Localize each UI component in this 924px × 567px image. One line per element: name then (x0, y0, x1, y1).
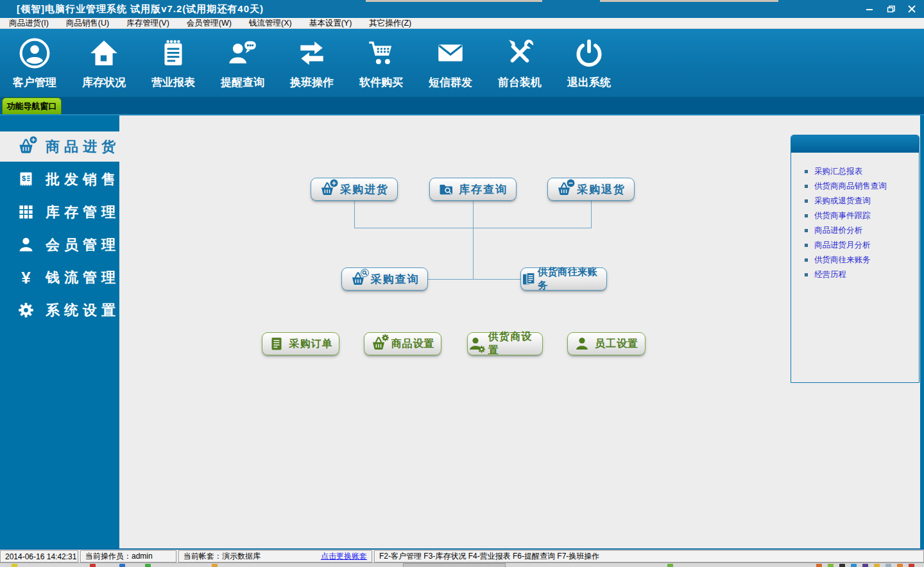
menu-item-sales[interactable]: 商品销售(U) (62, 18, 113, 29)
taskbar-icon[interactable] (12, 564, 17, 567)
toolbar-label: 短信群发 (429, 75, 472, 90)
quick-link-supplier-event-tracking[interactable]: 供货商事件跟踪 (805, 208, 919, 223)
switch-account-link[interactable]: 点击更换账套 (321, 551, 367, 562)
menu-bar: 商品进货(I) 商品销售(U) 库存管理(V) 会员管理(W) 钱流管理(X) … (0, 18, 924, 29)
taskbar-icon[interactable] (90, 564, 96, 567)
basket-minus-icon (556, 182, 572, 197)
toolbar-sms-broadcast[interactable]: 短信群发 (416, 29, 485, 97)
taskbar-tray-icon[interactable] (828, 564, 834, 567)
purchase-return-button[interactable]: 采购退货 (547, 178, 635, 201)
bullet-icon (805, 258, 808, 262)
window-title: [领智]电脑行业管理系统 试用版v7.2(试用期还有40天) (0, 3, 264, 15)
main-content: 采购进货 库存查询 采购退货 采购查询 供货商往来账务 采购订单 商品设置 (119, 115, 920, 548)
menu-item-other[interactable]: 其它操作(Z) (365, 18, 415, 29)
toolbar-software-purchase[interactable]: 软件购买 (346, 29, 416, 97)
quick-link-purchase-or-return-query[interactable]: 采购或退货查询 (805, 194, 919, 208)
title-bar: [领智]电脑行业管理系统 试用版v7.2(试用期还有40天) (0, 0, 924, 18)
sidebar-item-product-purchase[interactable]: 商品进货 (0, 131, 126, 162)
purchase-order-button[interactable]: 采购订单 (262, 332, 339, 355)
taskbar-tray-icon[interactable] (874, 564, 880, 567)
tab-band: 功能导航窗口 (0, 97, 924, 115)
purchase-in-button[interactable]: 采购进货 (311, 178, 398, 201)
close-icon[interactable] (907, 4, 916, 13)
toolbar-reminder-query[interactable]: 提醒查询 (208, 29, 277, 97)
menu-item-purchase[interactable]: 商品进货(I) (5, 18, 53, 29)
reminder-icon (227, 37, 259, 72)
taskbar-active-task[interactable] (403, 563, 506, 567)
taskbar-icon[interactable] (145, 564, 151, 567)
quick-link-purchase-price-analysis[interactable]: 商品进价分析 (805, 223, 919, 238)
purchase-query-button[interactable]: 采购查询 (341, 267, 428, 291)
sidebar-item-system-settings[interactable]: 系统设置 (0, 295, 119, 325)
quick-links-panel-header[interactable] (791, 135, 919, 153)
menu-item-inventory[interactable]: 库存管理(V) (123, 18, 173, 29)
status-datetime: 2014-06-16 14:42:31 (0, 550, 78, 563)
toolbar-business-report[interactable]: 营业报表 (139, 29, 208, 97)
taskbar-tray-icon[interactable] (897, 564, 903, 567)
basket-plus-icon (17, 138, 35, 155)
quick-link-purchase-summary-report[interactable]: 采购汇总报表 (805, 164, 919, 179)
toolbar-front-desk-assembly[interactable]: 前台装机 (485, 29, 554, 97)
documents-icon (521, 271, 536, 287)
sidebar-item-member-management[interactable]: 会员管理 (0, 230, 119, 260)
menu-item-cashflow[interactable]: 钱流管理(X) (245, 18, 296, 29)
tab-function-navigation[interactable]: 功能导航窗口 (2, 97, 62, 114)
taskbar-tray-icon[interactable] (862, 564, 868, 567)
quick-link-monthly-purchase-analysis[interactable]: 商品进货月分析 (805, 238, 919, 253)
stock-query-button[interactable]: 库存查询 (429, 178, 517, 201)
taskbar-tray-icon[interactable] (839, 564, 845, 567)
product-settings-button[interactable]: 商品设置 (364, 332, 441, 355)
report-icon (157, 37, 189, 72)
menu-item-members[interactable]: 会员管理(W) (183, 18, 235, 29)
taskbar-tray-icon[interactable] (816, 564, 822, 567)
taskbar-icon[interactable] (667, 564, 673, 567)
bullet-icon (805, 170, 808, 173)
toolbar-stock-status[interactable]: 库存状况 (69, 29, 139, 97)
quick-link-supplier-product-sales-query[interactable]: 供货商商品销售查询 (805, 179, 919, 194)
flow-button-label: 库存查询 (459, 182, 508, 197)
bullet-icon (805, 199, 808, 203)
supplier-account-button[interactable]: 供货商往来账务 (520, 267, 607, 291)
folder-search-icon (438, 182, 454, 197)
minimize-icon[interactable] (865, 4, 874, 13)
flow-connector (591, 201, 592, 228)
sidebar-item-cashflow-management[interactable]: 钱流管理 (0, 262, 119, 292)
taskbar-tray-icon[interactable] (851, 564, 857, 567)
employee-settings-button[interactable]: 员工设置 (567, 332, 646, 355)
maximize-icon[interactable] (886, 4, 895, 13)
bullet-icon (805, 185, 808, 188)
bullet-icon (805, 229, 808, 232)
supplier-settings-button[interactable]: 供货商设置 (467, 332, 543, 355)
quick-link-business-history[interactable]: 经营历程 (805, 267, 919, 282)
basket-gear-icon (371, 336, 386, 351)
toolbar-label: 营业报表 (151, 75, 195, 90)
mail-icon (434, 37, 466, 72)
taskbar-tray-icon[interactable] (909, 564, 914, 567)
toolbar-label: 提醒查询 (221, 75, 264, 90)
flow-button-label: 商品设置 (391, 337, 435, 351)
bullet-icon (805, 214, 808, 217)
toolbar-label: 客户管理 (13, 75, 56, 90)
toolbar-label: 库存状况 (82, 75, 126, 90)
flow-connector (428, 279, 520, 280)
document-icon (269, 336, 284, 351)
quick-link-supplier-accounts[interactable]: 供货商往来账务 (805, 253, 919, 267)
toolbar-shift-change[interactable]: 换班操作 (277, 29, 346, 97)
toolbar-exit-system[interactable]: 退出系统 (554, 29, 624, 97)
menu-item-settings[interactable]: 基本设置(Y) (305, 18, 356, 29)
flow-button-label: 采购退货 (577, 182, 626, 197)
taskbar-icon[interactable] (119, 564, 125, 567)
employee-icon (574, 336, 590, 351)
windows-taskbar (0, 563, 924, 567)
main-toolbar: 客户管理 库存状况 营业报表 提醒查询 换班操作 软件购买 短信群发 前台装机 … (0, 29, 924, 97)
taskbar-tray-icon[interactable] (886, 564, 891, 567)
taskbar-icon[interactable] (212, 564, 218, 567)
sidebar-item-wholesale-sales[interactable]: 批发销售 (0, 164, 119, 194)
sidebar-item-inventory-management[interactable]: 库存管理 (0, 197, 119, 227)
invoice-icon (17, 171, 35, 188)
swap-arrows-icon (296, 37, 328, 72)
supplier-gear-icon (468, 336, 483, 351)
background-window-edge (600, 0, 778, 2)
toolbar-customer-management[interactable]: 客户管理 (0, 29, 69, 97)
flow-button-label: 供货商往来账务 (538, 266, 606, 292)
